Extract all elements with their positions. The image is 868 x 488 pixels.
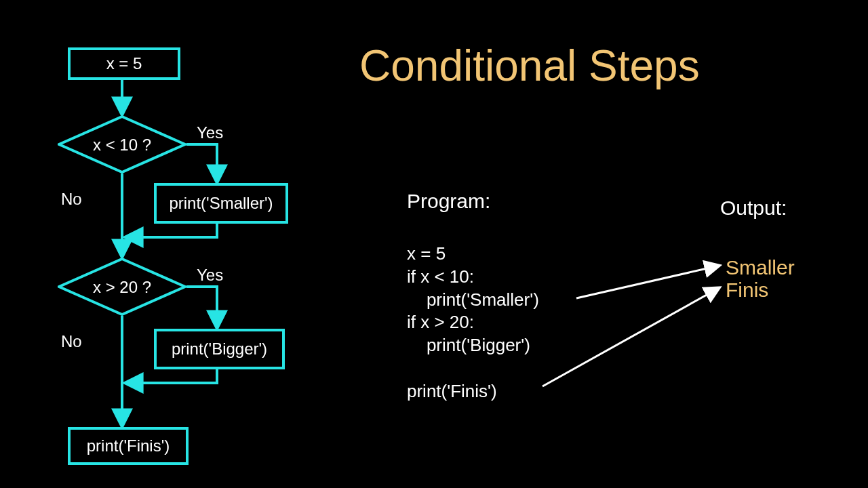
flow-decision1: x < 10 ? — [58, 115, 186, 174]
flow-action1-label: print('Smaller') — [169, 195, 273, 211]
flow-yes1-label: Yes — [197, 123, 223, 142]
flow-action1-box: print('Smaller') — [154, 183, 288, 224]
flow-final-label: print('Finis') — [87, 438, 170, 454]
flow-start-label: x = 5 — [106, 56, 142, 72]
svg-line-5 — [576, 266, 719, 298]
flow-start-box: x = 5 — [68, 47, 180, 80]
flow-yes2-label: Yes — [197, 266, 223, 285]
output-lines: Smaller Finis — [726, 256, 795, 301]
flow-no2-label: No — [61, 332, 82, 351]
flow-no1-label: No — [61, 190, 82, 209]
flow-decision2-label: x > 20 ? — [58, 278, 186, 297]
flow-action2-box: print('Bigger') — [154, 329, 285, 369]
flow-decision2: x > 20 ? — [58, 258, 186, 316]
flow-final-box: print('Finis') — [68, 427, 189, 465]
page-title: Conditional Steps — [359, 41, 700, 91]
output-label: Output: — [720, 197, 787, 220]
program-code: x = 5 if x < 10: print('Smaller') if x >… — [407, 243, 539, 403]
program-label: Program: — [407, 190, 490, 213]
svg-line-6 — [542, 288, 719, 386]
flow-decision1-label: x < 10 ? — [58, 136, 186, 155]
flow-action2-label: print('Bigger') — [172, 341, 267, 357]
